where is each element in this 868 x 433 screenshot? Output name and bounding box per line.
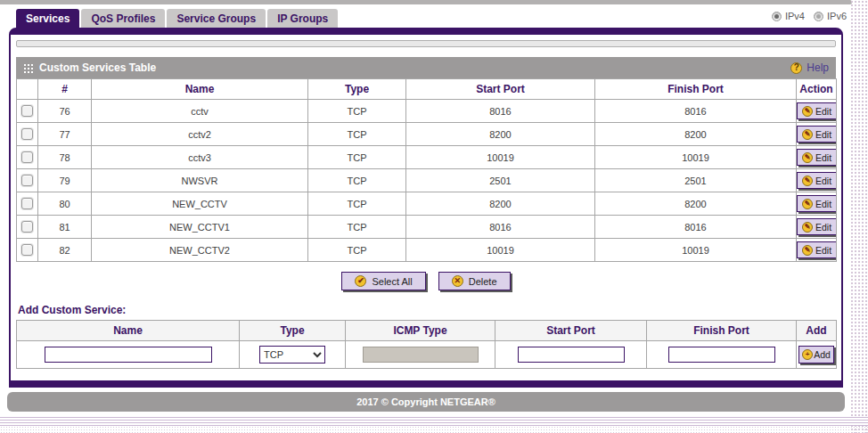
table-title-bar: Custom Services Table ? Help bbox=[16, 57, 836, 78]
finish-port-input[interactable] bbox=[668, 347, 775, 363]
row-start-port: 8200 bbox=[406, 192, 595, 216]
row-start-port: 10019 bbox=[406, 239, 595, 262]
edit-button-label: Edit bbox=[815, 176, 831, 186]
ipv4-radio-option[interactable]: IPv4 bbox=[772, 11, 805, 21]
copyright-text: 2017 © Copyright NETGEAR® bbox=[356, 396, 495, 407]
footer: 2017 © Copyright NETGEAR® bbox=[7, 392, 845, 412]
edit-button-label: Edit bbox=[815, 199, 831, 209]
edit-button[interactable]: ✎ Edit bbox=[797, 149, 837, 166]
table-row: 76 cctv TCP 8016 8016 ✎ Edit bbox=[17, 100, 837, 123]
row-number: 76 bbox=[38, 100, 92, 123]
row-finish-port: 8016 bbox=[595, 100, 797, 123]
table-row: 80 NEW_CCTV TCP 8200 8200 ✎ Edit bbox=[17, 192, 837, 216]
row-type: TCP bbox=[308, 123, 406, 146]
add-col-add: Add bbox=[797, 321, 837, 341]
row-finish-port: 2501 bbox=[595, 169, 797, 192]
select-all-icon: ✔ bbox=[355, 275, 366, 287]
row-checkbox[interactable] bbox=[21, 175, 33, 186]
row-checkbox[interactable] bbox=[21, 151, 33, 163]
edit-icon: ✎ bbox=[802, 152, 813, 163]
page-texture-bottom-dots bbox=[0, 426, 868, 433]
table-row: 78 cctv3 TCP 10019 10019 ✎ Edit bbox=[17, 146, 837, 169]
help-link[interactable]: ? Help bbox=[790, 61, 829, 74]
edit-icon: ✎ bbox=[802, 222, 813, 233]
type-select[interactable]: TCP bbox=[259, 346, 325, 364]
row-name: cctv3 bbox=[92, 146, 308, 169]
row-number: 80 bbox=[38, 192, 92, 216]
page-texture-right bbox=[850, 0, 868, 433]
row-name: NEW_CCTV2 bbox=[92, 239, 308, 262]
col-finish-port: Finish Port bbox=[595, 79, 797, 100]
add-button[interactable]: + Add bbox=[798, 346, 834, 364]
edit-button[interactable]: ✎ Edit bbox=[797, 172, 837, 189]
row-number: 82 bbox=[38, 239, 92, 262]
add-table-header-row: Name Type ICMP Type Start Port Finish Po… bbox=[17, 321, 837, 341]
start-port-input[interactable] bbox=[518, 347, 625, 363]
edit-button[interactable]: ✎ Edit bbox=[797, 195, 837, 212]
col-action: Action bbox=[797, 79, 837, 100]
row-type: TCP bbox=[308, 146, 406, 169]
row-checkbox[interactable] bbox=[21, 105, 33, 117]
edit-button[interactable]: ✎ Edit bbox=[797, 241, 837, 258]
tab-qos-profiles[interactable]: QoS Profiles bbox=[81, 9, 165, 29]
row-number: 77 bbox=[38, 123, 92, 146]
custom-services-table: # Name Type Start Port Finish Port Actio… bbox=[16, 78, 837, 262]
row-number: 79 bbox=[38, 169, 92, 192]
table-row: 81 NEW_CCTV1 TCP 8016 8016 ✎ Edit bbox=[17, 216, 837, 239]
col-name: Name bbox=[92, 79, 308, 100]
add-icon: + bbox=[802, 349, 813, 360]
edit-button-label: Edit bbox=[815, 222, 831, 233]
row-type: TCP bbox=[308, 239, 406, 262]
edit-button-label: Edit bbox=[815, 129, 831, 140]
edit-icon: ✎ bbox=[802, 129, 813, 140]
row-finish-port: 8016 bbox=[595, 216, 797, 239]
select-all-button[interactable]: ✔ Select All bbox=[341, 272, 425, 290]
row-finish-port: 10019 bbox=[595, 146, 797, 169]
add-input-row: TCP + Add bbox=[17, 341, 837, 369]
tab-bar: Services QoS Profiles Service Groups IP … bbox=[16, 9, 338, 29]
tab-service-groups[interactable]: Service Groups bbox=[167, 9, 266, 29]
edit-button-label: Edit bbox=[815, 106, 831, 117]
page-texture-bottom-lines bbox=[0, 417, 868, 426]
add-button-label: Add bbox=[814, 349, 831, 360]
row-start-port: 8200 bbox=[406, 123, 595, 146]
row-start-port: 10019 bbox=[406, 146, 595, 169]
row-checkbox[interactable] bbox=[21, 244, 33, 256]
add-col-finish-port: Finish Port bbox=[647, 321, 797, 341]
edit-button[interactable]: ✎ Edit bbox=[797, 102, 837, 119]
ipv6-radio-option[interactable]: IPv6 bbox=[814, 11, 847, 21]
row-checkbox[interactable] bbox=[21, 221, 33, 233]
row-checkbox[interactable] bbox=[21, 128, 33, 140]
edit-button[interactable]: ✎ Edit bbox=[797, 126, 837, 143]
row-start-port: 8016 bbox=[406, 100, 595, 123]
ipv4-label: IPv4 bbox=[785, 11, 805, 21]
col-number: # bbox=[38, 79, 92, 100]
row-type: TCP bbox=[308, 192, 406, 216]
row-type: TCP bbox=[308, 169, 406, 192]
row-start-port: 2501 bbox=[406, 169, 595, 192]
row-checkbox[interactable] bbox=[21, 198, 33, 209]
tab-ip-groups[interactable]: IP Groups bbox=[267, 9, 338, 29]
spacer-bar bbox=[16, 40, 836, 47]
row-number: 81 bbox=[38, 216, 92, 239]
name-input[interactable] bbox=[45, 347, 212, 363]
row-name: cctv bbox=[92, 100, 308, 123]
ipv4-radio-icon[interactable] bbox=[772, 12, 782, 21]
delete-button[interactable]: ✕ Delete bbox=[438, 272, 511, 290]
edit-button[interactable]: ✎ Edit bbox=[797, 218, 837, 235]
table-row: 82 NEW_CCTV2 TCP 10019 10019 ✎ Edit bbox=[17, 239, 837, 262]
select-all-label: Select All bbox=[372, 276, 412, 287]
row-name: NEW_CCTV1 bbox=[92, 216, 308, 239]
edit-button-label: Edit bbox=[815, 245, 831, 256]
edit-icon: ✎ bbox=[802, 199, 813, 209]
ip-version-selector: IPv4 IPv6 bbox=[772, 11, 847, 21]
grid-handle-icon bbox=[23, 63, 33, 73]
row-finish-port: 8200 bbox=[595, 192, 797, 216]
delete-label: Delete bbox=[469, 276, 497, 287]
ipv6-radio-icon[interactable] bbox=[814, 12, 823, 21]
ipv6-label: IPv6 bbox=[827, 11, 847, 21]
add-section-heading: Add Custom Service: bbox=[18, 304, 841, 316]
tab-services[interactable]: Services bbox=[16, 9, 79, 29]
row-type: TCP bbox=[308, 100, 406, 123]
table-header-row: # Name Type Start Port Finish Port Actio… bbox=[17, 79, 837, 100]
